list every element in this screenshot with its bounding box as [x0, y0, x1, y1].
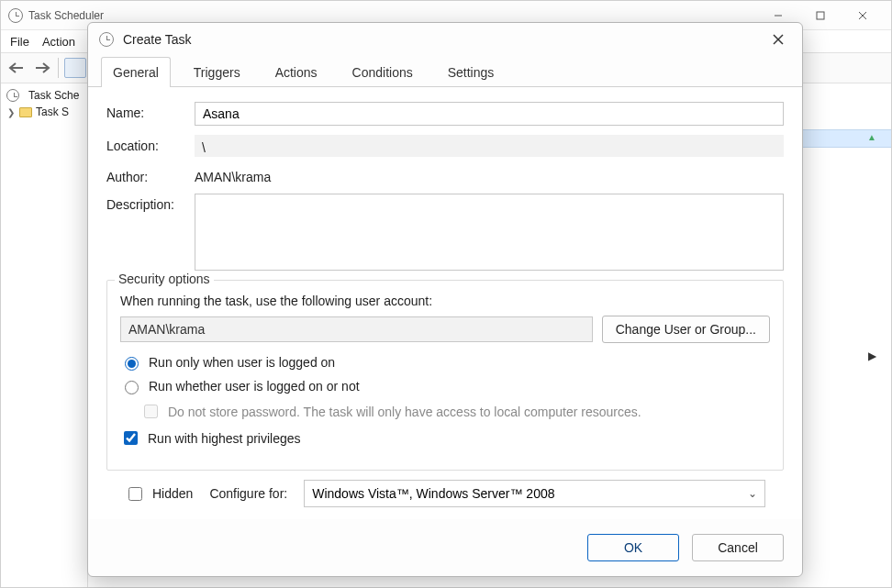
app-icon	[8, 8, 23, 23]
folder-icon	[19, 107, 32, 117]
checkbox-no-store-password-input	[144, 405, 158, 418]
tab-general[interactable]: General	[101, 57, 171, 87]
checkbox-highest-privileges-input[interactable]	[124, 431, 138, 445]
tree-library[interactable]: ❯ Task S	[5, 104, 84, 120]
label-author: Author:	[106, 166, 195, 184]
security-options-title: Security options	[115, 272, 214, 286]
radio-run-logged-on-input[interactable]	[125, 357, 139, 371]
chevron-right-icon[interactable]: ❯	[6, 107, 16, 117]
toolbar-icon[interactable]	[64, 58, 86, 78]
tree-root[interactable]: Task Sche	[5, 87, 84, 104]
label-configure-for: Configure for:	[209, 486, 287, 501]
configure-for-select[interactable]: Windows Vista™, Windows Server™ 2008 ⌄	[304, 480, 765, 507]
create-task-dialog: Create Task General Triggers Actions Con…	[87, 22, 803, 577]
label-description: Description:	[106, 194, 195, 212]
menu-file[interactable]: File	[10, 35, 29, 49]
play-icon[interactable]: ▶	[868, 349, 876, 362]
tab-strip: General Triggers Actions Conditions Sett…	[88, 56, 802, 87]
radio-run-whether-input[interactable]	[125, 381, 139, 394]
main-window-title: Task Scheduler	[28, 9, 757, 22]
tab-conditions[interactable]: Conditions	[340, 57, 425, 87]
tab-actions[interactable]: Actions	[263, 57, 329, 87]
dialog-close-button[interactable]	[765, 27, 791, 52]
radio-run-whether[interactable]: Run whether user is logged on or not	[120, 378, 770, 394]
checkbox-no-store-password-label: Do not store password. The task will onl…	[168, 405, 641, 419]
location-value: \	[195, 135, 784, 157]
author-value: AMAN\krama	[195, 166, 784, 184]
description-field[interactable]	[195, 194, 784, 271]
ok-button[interactable]: OK	[587, 534, 679, 561]
dialog-titlebar: Create Task	[88, 23, 802, 56]
menu-action[interactable]: Action	[42, 35, 75, 49]
chevron-down-icon: ⌄	[748, 487, 757, 500]
tree-root-label: Task Sche	[28, 89, 79, 102]
label-location: Location:	[106, 135, 195, 153]
dialog-button-row: OK Cancel	[88, 519, 802, 576]
tab-triggers[interactable]: Triggers	[182, 57, 252, 87]
close-button[interactable]	[842, 2, 884, 29]
checkbox-highest-privileges[interactable]: Run with highest privileges	[120, 428, 770, 448]
name-field[interactable]	[195, 102, 784, 126]
clock-icon	[6, 89, 19, 102]
tree-pane[interactable]: Task Sche ❯ Task S	[1, 83, 88, 587]
radio-run-whether-label: Run whether user is logged on or not	[149, 379, 360, 394]
security-options-group: Security options When running the task, …	[106, 280, 784, 471]
change-user-button[interactable]: Change User or Group...	[602, 316, 770, 343]
tab-page-general: Name: Location: \ Author: AMAN\krama Des…	[88, 87, 802, 519]
configure-for-value: Windows Vista™, Windows Server™ 2008	[312, 486, 554, 501]
checkbox-hidden[interactable]: Hidden	[125, 484, 193, 504]
sort-indicator-icon: ▲	[867, 132, 876, 142]
checkbox-hidden-label: Hidden	[152, 486, 193, 501]
toolbar-separator	[58, 58, 59, 78]
checkbox-highest-privileges-label: Run with highest privileges	[148, 431, 301, 446]
radio-run-logged-on-label: Run only when user is logged on	[149, 355, 335, 370]
checkbox-no-store-password: Do not store password. The task will onl…	[140, 402, 770, 421]
svg-rect-1	[817, 12, 824, 19]
dialog-icon	[99, 32, 114, 47]
checkbox-hidden-input[interactable]	[128, 487, 142, 501]
cancel-button[interactable]: Cancel	[692, 534, 784, 561]
tree-lib-label: Task S	[36, 105, 69, 118]
security-prompt: When running the task, use the following…	[120, 294, 770, 308]
forward-button[interactable]	[32, 58, 52, 78]
dialog-title: Create Task	[123, 32, 765, 47]
maximize-button[interactable]	[799, 2, 842, 29]
back-button[interactable]	[6, 58, 27, 78]
user-account-field: AMAN\krama	[120, 316, 593, 342]
label-name: Name:	[106, 102, 195, 120]
radio-run-logged-on[interactable]: Run only when user is logged on	[120, 354, 770, 371]
tab-settings[interactable]: Settings	[436, 57, 507, 87]
